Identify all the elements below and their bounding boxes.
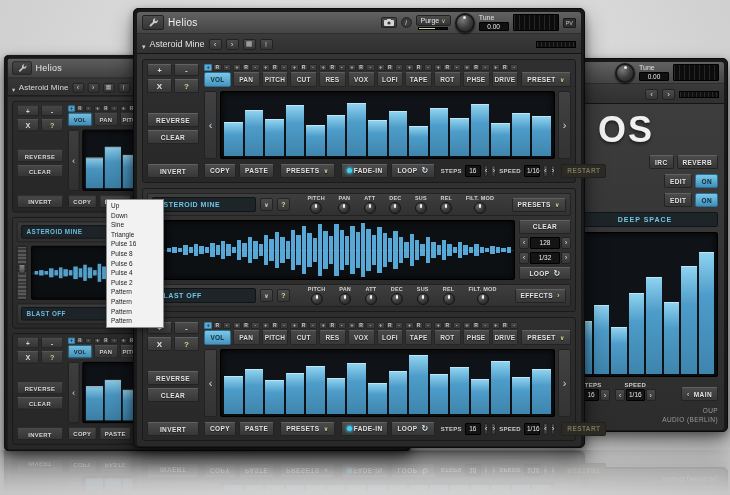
row-add-button[interactable]: +	[377, 64, 385, 71]
lw-row-add-button[interactable]: +	[120, 338, 127, 344]
menu-item[interactable]: Pulse 16	[108, 239, 162, 249]
next-snapshot-button[interactable]	[226, 39, 239, 50]
step-bar[interactable]	[471, 379, 490, 414]
reverse-button[interactable]: REVERSE	[147, 371, 199, 385]
step-display[interactable]	[220, 349, 555, 417]
row-random-button[interactable]: R	[328, 64, 336, 71]
close-button[interactable]: X	[147, 79, 172, 93]
lw-tab-vol[interactable]: VOL	[68, 113, 92, 127]
lw-close-button[interactable]: X	[17, 351, 40, 364]
step-bar[interactable]	[664, 302, 680, 374]
menu-item[interactable]: Pulse 8	[108, 249, 162, 259]
step-bar[interactable]	[532, 116, 551, 156]
menu-item[interactable]: Pattern	[108, 307, 162, 317]
tab-tape[interactable]: TAPE	[405, 330, 432, 345]
step-bar[interactable]	[646, 277, 662, 374]
rows-remove-button[interactable]: -	[174, 64, 199, 76]
row-random-button[interactable]: R	[501, 322, 509, 329]
row-remove-button[interactable]: -	[453, 322, 461, 329]
lw-midi-icon[interactable]	[103, 82, 115, 92]
copy-button[interactable]: COPY	[204, 164, 236, 178]
lw-row-remove-button[interactable]: -	[85, 105, 92, 111]
tab-tape[interactable]: TAPE	[405, 72, 432, 87]
step-bar[interactable]	[265, 119, 284, 156]
lw-step-bar[interactable]	[104, 380, 121, 420]
step-bar[interactable]	[450, 367, 469, 414]
row-random-button[interactable]: R	[213, 64, 221, 71]
edit-button-2[interactable]: EDIT	[664, 193, 692, 207]
row-add-button[interactable]: +	[233, 322, 241, 329]
knob-pan[interactable]	[338, 202, 350, 214]
lw-next-snapshot-button[interactable]	[87, 82, 99, 92]
midi-icon[interactable]	[243, 39, 256, 50]
row-remove-button[interactable]: -	[280, 64, 288, 71]
sample-1-menu-button[interactable]	[260, 198, 273, 211]
row-add-button[interactable]: +	[434, 322, 442, 329]
shift-left-button[interactable]	[204, 349, 217, 417]
deep-space-preset-button[interactable]: DEEP SPACE	[572, 212, 718, 227]
knob-pitch[interactable]	[311, 293, 323, 305]
help-button[interactable]: ?	[174, 79, 199, 93]
step-bar[interactable]	[368, 120, 387, 156]
lw-invert-button[interactable]: INVERT	[17, 428, 64, 441]
step-bar[interactable]	[512, 113, 531, 156]
lw-rows-add-button[interactable]: +	[17, 105, 40, 116]
tab-lofi[interactable]: LOFI	[377, 72, 404, 87]
lw-shift-left-button[interactable]	[68, 362, 80, 423]
rw-steps-increment[interactable]	[600, 389, 610, 401]
step-bar[interactable]	[594, 305, 610, 375]
step-bar[interactable]	[327, 378, 346, 414]
knob-sus[interactable]	[417, 293, 429, 305]
lw-row-remove-button[interactable]: -	[110, 338, 117, 344]
step-bar[interactable]	[532, 369, 551, 414]
length-decrement-button[interactable]	[519, 237, 529, 249]
sample-slot-2-name[interactable]: BLAST OFF	[152, 288, 256, 303]
step-bar[interactable]	[389, 111, 408, 156]
row-remove-button[interactable]: -	[251, 64, 259, 71]
lw-row-add-button[interactable]: +	[94, 338, 101, 344]
waveform-display[interactable]	[163, 220, 515, 280]
row-add-button[interactable]: +	[348, 322, 356, 329]
row-random-button[interactable]: R	[271, 322, 279, 329]
knob-sus[interactable]	[415, 202, 427, 214]
step-bar[interactable]	[611, 327, 627, 374]
row-random-button[interactable]: R	[242, 322, 250, 329]
lw-row-remove-button[interactable]: -	[110, 105, 117, 111]
tab-pan[interactable]: PAN	[233, 330, 260, 345]
row-add-button[interactable]: +	[233, 64, 241, 71]
effects-button[interactable]: EFFECTS	[515, 289, 567, 303]
paste-button[interactable]: PASTE	[239, 422, 274, 436]
step-bar[interactable]	[450, 118, 469, 156]
rows-add-button[interactable]: +	[147, 64, 172, 76]
step-bar[interactable]	[306, 125, 325, 156]
knob-att[interactable]	[364, 202, 376, 214]
tab-pitch[interactable]: PITCH	[262, 72, 289, 87]
presets-button[interactable]: PRESETS	[280, 164, 334, 178]
step-bar[interactable]	[681, 266, 697, 374]
row-add-button[interactable]: +	[262, 322, 270, 329]
row-random-button[interactable]: R	[472, 64, 480, 71]
loop-button[interactable]: LOOP	[391, 422, 434, 436]
row-random-button[interactable]: R	[300, 322, 308, 329]
row-remove-button[interactable]: -	[395, 64, 403, 71]
shift-left-button[interactable]	[204, 91, 217, 159]
tab-vol[interactable]: VOL	[204, 330, 231, 345]
row-remove-button[interactable]: -	[453, 64, 461, 71]
row-remove-button[interactable]: -	[280, 322, 288, 329]
lw-rows-remove-button[interactable]: -	[41, 105, 64, 116]
row-remove-button[interactable]: -	[251, 322, 259, 329]
step-bar[interactable]	[224, 376, 243, 414]
preset-button[interactable]: PRESET	[521, 72, 571, 87]
lw-row-add-button[interactable]: +	[68, 338, 75, 344]
row-remove-button[interactable]: -	[338, 64, 346, 71]
row-remove-button[interactable]: -	[338, 322, 346, 329]
row-random-button[interactable]: R	[328, 322, 336, 329]
speed-decrement-button[interactable]	[543, 165, 548, 177]
lw-reverse-button[interactable]: REVERSE	[17, 382, 64, 395]
step-bar[interactable]	[430, 374, 449, 414]
tab-pan[interactable]: PAN	[233, 72, 260, 87]
lw-row-add-button[interactable]: +	[120, 105, 127, 111]
invert-button[interactable]: INVERT	[147, 422, 199, 436]
row-random-button[interactable]: R	[472, 322, 480, 329]
collapse-arrow-icon[interactable]	[142, 35, 146, 53]
